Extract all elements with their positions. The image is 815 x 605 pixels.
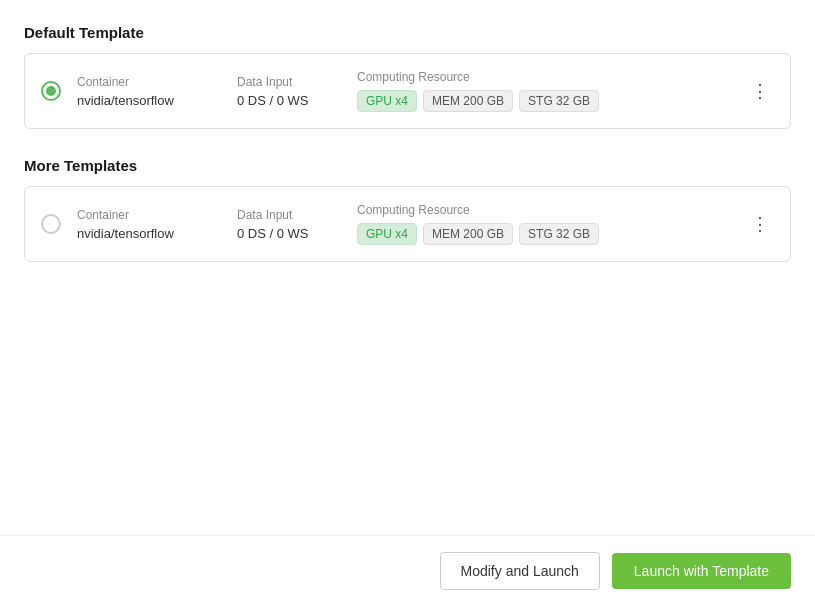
default-computing-label: Computing Resource — [357, 70, 730, 84]
more-data-input-value: 0 DS / 0 WS — [237, 226, 357, 241]
more-computing-group: Computing Resource GPU x4 MEM 200 GB STG… — [357, 203, 730, 245]
modify-and-launch-button[interactable]: Modify and Launch — [440, 552, 600, 590]
page-content: Default Template Container nvidia/tensor… — [0, 0, 815, 262]
more-template-radio[interactable] — [41, 214, 61, 234]
more-container-group: Container nvidia/tensorflow — [77, 208, 237, 241]
footer-bar: Modify and Launch Launch with Template — [0, 535, 815, 605]
more-template-card[interactable]: Container nvidia/tensorflow Data Input 0… — [24, 186, 791, 262]
default-badges: GPU x4 MEM 200 GB STG 32 GB — [357, 90, 730, 112]
default-container-value: nvidia/tensorflow — [77, 93, 237, 108]
more-container-value: nvidia/tensorflow — [77, 226, 237, 241]
more-template-more-options-button[interactable]: ⋮ — [746, 210, 774, 238]
more-mem-badge: MEM 200 GB — [423, 223, 513, 245]
default-template-section: Default Template Container nvidia/tensor… — [24, 24, 791, 129]
default-data-input-label: Data Input — [237, 75, 357, 89]
more-stg-badge: STG 32 GB — [519, 223, 599, 245]
default-container-group: Container nvidia/tensorflow — [77, 75, 237, 108]
default-data-input-value: 0 DS / 0 WS — [237, 93, 357, 108]
more-templates-title: More Templates — [24, 157, 791, 174]
more-container-label: Container — [77, 208, 237, 222]
default-template-info: Container nvidia/tensorflow Data Input 0… — [77, 70, 730, 112]
more-template-info: Container nvidia/tensorflow Data Input 0… — [77, 203, 730, 245]
default-mem-badge: MEM 200 GB — [423, 90, 513, 112]
more-templates-section: More Templates Container nvidia/tensorfl… — [24, 157, 791, 262]
default-template-title: Default Template — [24, 24, 791, 41]
more-data-input-label: Data Input — [237, 208, 357, 222]
default-template-card[interactable]: Container nvidia/tensorflow Data Input 0… — [24, 53, 791, 129]
default-more-options-button[interactable]: ⋮ — [746, 77, 774, 105]
default-stg-badge: STG 32 GB — [519, 90, 599, 112]
default-gpu-badge: GPU x4 — [357, 90, 417, 112]
launch-with-template-button[interactable]: Launch with Template — [612, 553, 791, 589]
default-computing-group: Computing Resource GPU x4 MEM 200 GB STG… — [357, 70, 730, 112]
more-data-input-group: Data Input 0 DS / 0 WS — [237, 208, 357, 241]
more-gpu-badge: GPU x4 — [357, 223, 417, 245]
default-container-label: Container — [77, 75, 237, 89]
more-badges: GPU x4 MEM 200 GB STG 32 GB — [357, 223, 730, 245]
default-template-radio[interactable] — [41, 81, 61, 101]
default-data-input-group: Data Input 0 DS / 0 WS — [237, 75, 357, 108]
more-computing-label: Computing Resource — [357, 203, 730, 217]
